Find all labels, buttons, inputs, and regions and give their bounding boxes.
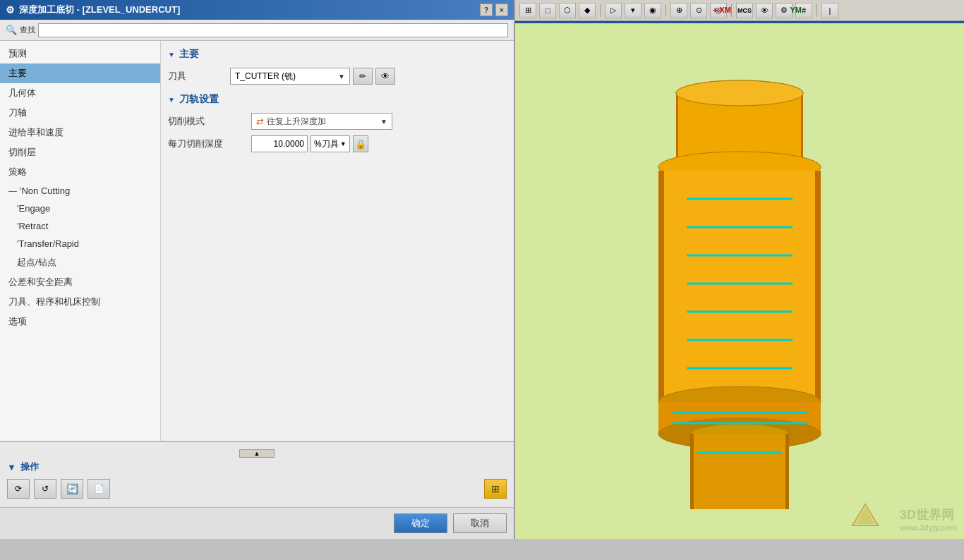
tool-icon-btn2[interactable]: 👁	[375, 68, 395, 85]
view-tool-icon: 👁	[381, 71, 390, 81]
nav-item-noncutting[interactable]: — 'Non Cutting	[0, 182, 160, 200]
watermark-line1: 3D世界网	[900, 506, 957, 523]
minus-icon: —	[8, 186, 17, 196]
3d-shape-svg	[634, 30, 845, 509]
nav-item-geometry[interactable]: 几何体	[0, 83, 160, 103]
ok-button[interactable]: 确定	[394, 513, 447, 533]
op-icon-1: ⟳	[15, 484, 22, 494]
svg-rect-15	[690, 434, 789, 509]
op-icon-4: 📄	[94, 484, 104, 494]
svg-rect-16	[690, 434, 694, 509]
content-area: 预测 主要 几何体 刀轴 进给率和速度 切削层 策略 — 'Non Cuttin…	[0, 41, 514, 441]
edit-tool-icon: ✏	[359, 71, 366, 81]
tool-icon-btn1[interactable]: ✏	[353, 68, 373, 85]
cut-mode-value: 往复上升深度加	[267, 116, 326, 128]
nav-item-startpoint[interactable]: 起点/钻点	[0, 252, 160, 272]
op-icon-2: ↺	[42, 484, 49, 494]
cut-mode-icon: ⇄	[256, 116, 264, 127]
nav-item-tools[interactable]: 刀具、程序和机床控制	[0, 292, 160, 312]
form-panel: ▼ 主要 刀具 T_CUTTER (铣) ▼ ✏	[161, 41, 514, 441]
cancel-button[interactable]: 取消	[453, 513, 507, 533]
watermark: 3D世界网 www.3dyjy.com	[900, 506, 957, 532]
noncutting-label: 'Non Cutting	[20, 185, 70, 196]
viewport-3d	[515, 0, 964, 539]
nav-item-feedrate[interactable]: 进给率和速度	[0, 123, 160, 142]
nav-item-tolerance[interactable]: 公差和安全距离	[0, 272, 160, 292]
dialog-panel: ⚙ 深度加工底切 - [ZLEVEL_UNDERCUT] ? × 🔍 查找 预测…	[0, 0, 515, 539]
dialog-buttons: 确定 取消	[0, 507, 514, 539]
unit-selector[interactable]: %刀具 ▼	[311, 135, 350, 152]
dialog-title: 深度加工底切 - [ZLEVEL_UNDERCUT]	[19, 4, 180, 16]
nav-item-engage[interactable]: 'Engage	[0, 200, 160, 217]
nav-tree: 预测 主要 几何体 刀轴 进给率和速度 切削层 策略 — 'Non Cuttin…	[0, 41, 161, 441]
nav-item-axis[interactable]: 刀轴	[0, 103, 160, 123]
tool-label: 刀具	[168, 70, 224, 83]
svg-point-5	[676, 80, 803, 106]
cutter-section-header: ▼ 刀轨设置	[168, 93, 507, 106]
search-input[interactable]	[38, 23, 508, 37]
cut-mode-arrow: ▼	[380, 118, 387, 126]
unit-value: %刀具	[314, 138, 339, 150]
op-btn-1[interactable]: ⟳	[7, 479, 30, 499]
cut-mode-selector[interactable]: ⇄ 往复上升深度加 ▼	[251, 113, 392, 130]
cut-mode-row: 切削模式 ⇄ 往复上升深度加 ▼	[168, 113, 507, 130]
nav-item-main[interactable]: 主要	[0, 63, 160, 83]
search-label: 查找	[20, 25, 35, 35]
depth-control-group: %刀具 ▼ 🔒	[251, 135, 507, 152]
lock-button[interactable]: 🔒	[353, 135, 368, 152]
svg-rect-8	[658, 171, 664, 403]
main-section-triangle: ▼	[168, 51, 175, 59]
op-icon-3: 🔄	[66, 483, 78, 494]
depth-label: 每刀切削深度	[168, 138, 246, 150]
logo-3d	[851, 503, 879, 533]
nav-item-cutlayer[interactable]: 切削层	[0, 142, 160, 162]
expand-icon: ▲	[254, 450, 260, 457]
help-button[interactable]: ?	[480, 4, 493, 16]
cut-mode-label: 切削模式	[168, 115, 246, 128]
nav-item-options[interactable]: 选项	[0, 312, 160, 331]
main-section-header: ▼ 主要	[168, 48, 507, 61]
nav-item-strategy[interactable]: 策略	[0, 162, 160, 182]
op-btn-2[interactable]: ↺	[34, 479, 56, 499]
op-btn-extra[interactable]: ⊞	[484, 479, 507, 499]
close-button[interactable]: ×	[495, 4, 508, 16]
viewport: ⊞ □ ⬡ ◆ ▷ ▾ ◉ ⊕ ⊙ ◎ MCS 👁 ⚙ # | + XM	[515, 0, 964, 539]
op-extra-icon: ⊞	[491, 483, 500, 494]
cutter-section-label: 刀轨设置	[179, 93, 219, 106]
expand-button[interactable]: ▲	[239, 449, 275, 458]
dialog-titlebar: ⚙ 深度加工底切 - [ZLEVEL_UNDERCUT] ? ×	[0, 0, 514, 20]
main-section-label: 主要	[179, 48, 199, 61]
depth-row: 每刀切削深度 %刀具 ▼ 🔒	[168, 135, 507, 152]
tool-value: T_CUTTER (铣)	[235, 71, 296, 83]
unit-arrow: ▼	[340, 140, 347, 147]
nav-item-retract[interactable]: 'Retract	[0, 217, 160, 235]
tool-row: 刀具 T_CUTTER (铣) ▼ ✏ 👁	[168, 68, 507, 85]
operations-header: ▼ 操作	[7, 461, 507, 473]
op-btn-3[interactable]: 🔄	[61, 479, 83, 499]
nav-item-transfer[interactable]: 'Transfer/Rapid	[0, 235, 160, 252]
operations-label: 操作	[20, 461, 39, 473]
svg-rect-9	[815, 171, 821, 403]
svg-rect-17	[785, 434, 789, 509]
cut-mode-control-group: ⇄ 往复上升深度加 ▼	[251, 113, 507, 130]
tool-control-group: T_CUTTER (铣) ▼ ✏ 👁	[230, 68, 507, 85]
search-icon: 🔍	[6, 25, 17, 35]
op-btn-4[interactable]: 📄	[88, 479, 110, 499]
depth-input[interactable]	[251, 135, 308, 152]
operations-section: ▲ ▼ 操作 ⟳ ↺ 🔄 📄	[0, 441, 514, 507]
tool-selector[interactable]: T_CUTTER (铣) ▼	[230, 68, 350, 85]
cutter-section-triangle: ▼	[168, 96, 175, 104]
nav-item-forecast[interactable]: 预测	[0, 44, 160, 63]
operations-buttons-row: ⟳ ↺ 🔄 📄 ⊞	[7, 479, 507, 499]
lock-icon: 🔒	[355, 139, 366, 150]
tool-dropdown-arrow: ▼	[338, 73, 345, 80]
search-bar: 🔍 查找	[0, 20, 514, 41]
operations-triangle: ▼	[7, 462, 16, 473]
dialog-icon: ⚙	[6, 4, 15, 16]
watermark-line2: www.3dyjy.com	[900, 523, 957, 532]
